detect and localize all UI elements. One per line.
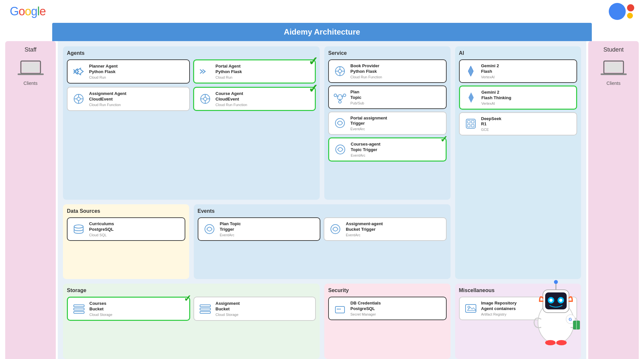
- portal-agent-checkmark: ✓: [308, 55, 318, 68]
- gemini-thinking-card[interactable]: Gemini 2Flash Thinking VertexAI: [459, 86, 577, 110]
- courses-bucket-icon: [72, 302, 86, 316]
- image-repo-title: Image RepositoryAgent containers: [481, 301, 517, 312]
- courses-agent-checkmark: ✓: [440, 134, 448, 145]
- svg-rect-38: [471, 124, 474, 127]
- portal-trigger-card[interactable]: Portal assignmentTrigger EventArc: [328, 112, 447, 135]
- svg-point-24: [343, 94, 346, 97]
- deepseek-card[interactable]: DeepSeekR1 GCE: [459, 112, 577, 136]
- assignment-bucket-trigger-card[interactable]: Assignment-agentBucket Trigger EventArc: [324, 217, 447, 241]
- assignment-agent-subtitle: Cloud Run Function: [89, 103, 126, 107]
- db-credentials-title: DB CredentialsPostgreSQL: [350, 301, 381, 312]
- portal-agent-text: Portal AgentPython Flask Cloud Run: [216, 64, 242, 79]
- svg-rect-55: [601, 73, 627, 75]
- top-bar: Google: [0, 0, 644, 23]
- svg-rect-2: [18, 73, 44, 75]
- assignment-bucket-trigger-icon: [328, 222, 343, 236]
- events-title: Events: [198, 208, 447, 214]
- courses-bucket-card[interactable]: ✓ CoursesBucket Cloud Storage: [67, 297, 190, 321]
- svg-rect-43: [74, 308, 84, 310]
- svg-rect-45: [200, 305, 210, 307]
- plan-topic-trigger-title: Plan TopicTrigger: [220, 221, 241, 232]
- db-credentials-text: DB CredentialsPostgreSQL Secret Manager: [350, 301, 381, 316]
- courses-bucket-checkmark: ✓: [184, 293, 191, 304]
- data-sources-section: Data Sources CurriculumsPostgreSQL Cloud…: [63, 204, 189, 279]
- deepseek-subtitle: GCE: [481, 128, 501, 132]
- arch-area: Agents Planner AgentPython Flask: [58, 41, 586, 359]
- book-provider-card[interactable]: Book ProviderPython Flask Cloud Run Func…: [328, 59, 447, 83]
- staff-laptop-icon: [18, 58, 44, 78]
- google-logo: Google: [10, 5, 46, 18]
- gemini-thinking-text: Gemini 2Flash Thinking VertexAI: [482, 90, 512, 105]
- svg-marker-51: [468, 307, 476, 310]
- planner-agent-card[interactable]: Planner AgentPython Flask Cloud Run: [67, 59, 190, 84]
- plan-topic-card[interactable]: PlanTopic Pub/Sub: [328, 86, 447, 109]
- staff-clients-label: Clients: [23, 81, 38, 86]
- svg-point-40: [205, 225, 214, 234]
- events-section: Events Plan TopicTrigger EventArc: [194, 204, 451, 279]
- course-agent-subtitle: Cloud Run Function: [216, 103, 247, 107]
- svg-text:G: G: [569, 317, 572, 322]
- courses-agent-trigger-text: Courses-agentTopic Trigger EventArc: [351, 142, 380, 157]
- portal-trigger-text: Portal assignmentTrigger EventArc: [350, 116, 387, 131]
- assignment-bucket-icon: [198, 302, 212, 316]
- gemini-thinking-subtitle: VertexAI: [482, 101, 512, 105]
- svg-marker-31: [468, 66, 473, 76]
- assignment-agent-card[interactable]: Assignment AgentCloudEvent Cloud Run Fun…: [67, 87, 190, 111]
- curriculums-card[interactable]: CurriculumsPostgreSQL Cloud SQL: [67, 217, 185, 241]
- assignment-bucket-trigger-title: Assignment-agentBucket Trigger: [346, 221, 383, 232]
- course-agent-title: Course AgentCloudEvent: [216, 91, 247, 102]
- agents-section: Agents Planner AgentPython Flask: [63, 46, 320, 200]
- data-sources-title: Data Sources: [67, 208, 185, 214]
- courses-bucket-title: CoursesBucket: [89, 301, 112, 312]
- curriculums-subtitle: Cloud SQL: [89, 233, 114, 237]
- course-agent-card[interactable]: ✓ Course AgentC: [193, 87, 316, 111]
- portal-trigger-icon: [333, 116, 347, 130]
- svg-point-5: [77, 97, 80, 101]
- svg-point-23: [334, 94, 337, 97]
- assignment-bucket-card[interactable]: AssignmentBucket Cloud Storage: [193, 297, 316, 321]
- staff-title: Staff: [24, 46, 37, 53]
- svg-marker-33: [468, 92, 474, 103]
- db-credentials-icon: ***: [333, 301, 347, 316]
- svg-rect-36: [471, 120, 474, 123]
- agents-grid: Planner AgentPython Flask Cloud Run ✓: [67, 59, 316, 111]
- gemini-thinking-icon: [464, 90, 478, 105]
- svg-rect-37: [468, 124, 470, 127]
- portal-trigger-subtitle: EventArc: [350, 127, 387, 131]
- book-provider-subtitle: Cloud Run Function: [350, 75, 382, 79]
- service-title: Service: [328, 50, 447, 56]
- assignment-bucket-trigger-text: Assignment-agentBucket Trigger EventArc: [346, 221, 383, 237]
- assignment-bucket-trigger-subtitle: EventArc: [346, 233, 383, 237]
- planner-agent-icon: [71, 64, 86, 79]
- deepseek-text: DeepSeekR1 GCE: [481, 116, 501, 132]
- courses-bucket-text: CoursesBucket Cloud Storage: [89, 301, 112, 317]
- svg-rect-50: [466, 304, 476, 312]
- gemini-flash-icon: [464, 64, 478, 78]
- image-repo-icon: [464, 301, 478, 316]
- planner-agent-text: Planner AgentPython Flask Cloud Run: [89, 64, 118, 79]
- courses-agent-trigger-subtitle: EventArc: [351, 153, 380, 157]
- assistant-blue-circle: [609, 3, 626, 20]
- portal-agent-icon: [198, 64, 212, 79]
- gemini-flash-card[interactable]: Gemini 2Flash VertexAI: [459, 59, 577, 83]
- portal-agent-card[interactable]: ✓ Portal AgentPython Flask Cloud Run: [193, 59, 316, 84]
- courses-agent-trigger-card[interactable]: ✓ Courses-agentTopic Trigger EventArc: [328, 137, 447, 162]
- db-credentials-card[interactable]: *** DB CredentialsPostgreSQL Secret Mana…: [328, 297, 447, 320]
- svg-point-70: [556, 340, 567, 345]
- staff-panel: Staff Clients: [5, 41, 56, 359]
- arch-header: Aidemy Architecture: [52, 23, 592, 41]
- svg-point-52: [468, 306, 470, 308]
- image-repo-subtitle: Artifact Registry: [481, 312, 517, 316]
- ai-section: AI Gemini 2Flash VertexAI: [455, 46, 581, 279]
- planner-agent-subtitle: Cloud Run: [89, 75, 118, 79]
- book-provider-text: Book ProviderPython Flask Cloud Run Func…: [350, 63, 382, 79]
- course-agent-icon: [198, 92, 212, 106]
- plan-topic-trigger-card[interactable]: Plan TopicTrigger EventArc: [198, 217, 321, 241]
- plan-topic-trigger-icon: [202, 222, 217, 236]
- ai-cards: Gemini 2Flash VertexAI Gemini 2Flash Th: [459, 59, 577, 135]
- curriculums-text: CurriculumsPostgreSQL Cloud SQL: [89, 221, 114, 237]
- assistant-dots: [627, 4, 634, 19]
- storage-title: Storage: [67, 288, 316, 293]
- assignment-bucket-subtitle: Cloud Storage: [216, 313, 240, 317]
- gemini-flash-subtitle: VertexAI: [481, 75, 499, 79]
